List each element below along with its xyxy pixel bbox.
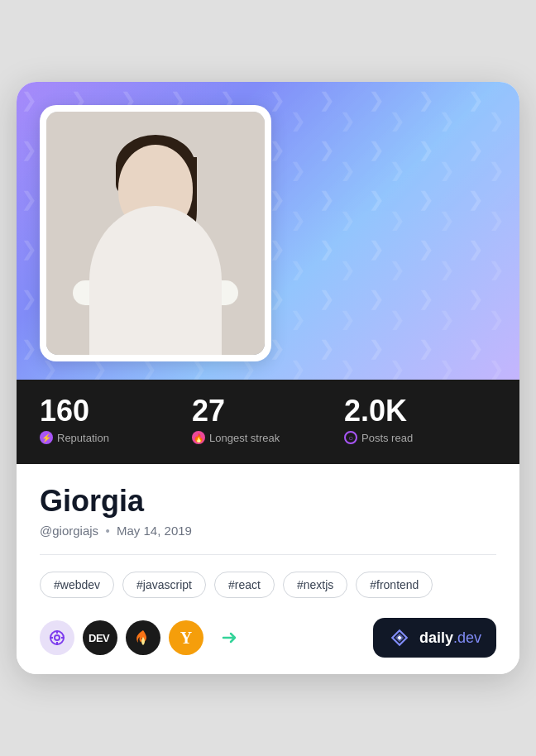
profile-username: @giorgiajs	[40, 524, 98, 538]
avatar	[46, 112, 265, 355]
profile-meta: @giorgiajs • May 14, 2019	[40, 524, 496, 538]
tag-frontend[interactable]: #frontend	[356, 572, 433, 598]
streak-icon: 🔥	[192, 431, 205, 444]
posts-read-label: ○ Posts read	[344, 431, 496, 444]
streak-label: 🔥 Longest streak	[192, 431, 344, 444]
streak-value: 27	[192, 396, 344, 426]
divider	[40, 554, 496, 555]
svg-point-4	[55, 635, 60, 640]
profile-card: ❯ ❯	[17, 82, 519, 674]
daily-dev-icon	[388, 626, 411, 649]
profile-name: Giorgia	[40, 484, 496, 519]
avatar-figure	[46, 112, 265, 355]
ycombinator-icon[interactable]: Y	[169, 620, 203, 655]
tags-list: #webdev #javascript #react #nextjs #fron…	[40, 572, 496, 598]
social-row: DEV Y	[40, 618, 496, 658]
daily-dev-text: daily.dev	[419, 629, 481, 647]
profile-body: Giorgia @giorgiajs • May 14, 2019 #webde…	[17, 464, 519, 674]
social-icons: DEV Y	[40, 620, 246, 655]
reputation-icon: ⚡	[40, 431, 53, 444]
svg-text:DEV: DEV	[89, 632, 110, 644]
tag-react[interactable]: #react	[214, 572, 275, 598]
stat-posts-read: 2.0K ○ Posts read	[344, 396, 496, 444]
tag-javascript[interactable]: #javascript	[122, 572, 206, 598]
tag-webdev[interactable]: #webdev	[40, 572, 114, 598]
dev-icon[interactable]: DEV	[83, 620, 117, 655]
reputation-value: 160	[40, 396, 192, 426]
stat-streak: 27 🔥 Longest streak	[192, 396, 344, 444]
tag-nextjs[interactable]: #nextjs	[283, 572, 347, 598]
posts-read-icon: ○	[344, 431, 357, 444]
avatar-wrapper	[40, 105, 271, 361]
send-icon[interactable]	[212, 620, 246, 655]
daily-dev-badge: daily.dev	[373, 618, 496, 658]
reputation-label: ⚡ Reputation	[40, 431, 192, 444]
freecodecamp-icon[interactable]	[126, 620, 160, 655]
daily-dev-logo	[388, 626, 411, 649]
stats-bar: 160 ⚡ Reputation 27 🔥 Longest streak 2.0…	[17, 380, 519, 464]
posts-read-value: 2.0K	[344, 396, 496, 426]
crosshair-icon[interactable]	[40, 620, 74, 655]
hero-banner: ❯ ❯	[17, 82, 519, 380]
stat-reputation: 160 ⚡ Reputation	[40, 396, 192, 444]
profile-joined: May 14, 2019	[117, 524, 192, 538]
